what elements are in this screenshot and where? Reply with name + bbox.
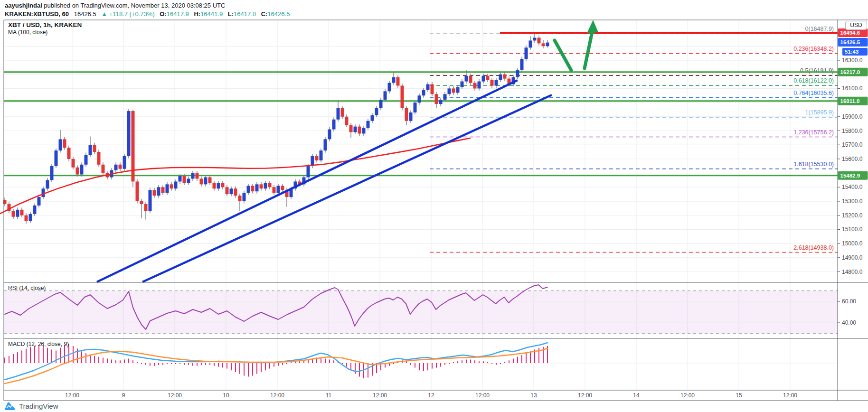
candle-down bbox=[183, 176, 186, 183]
candle-up bbox=[320, 150, 323, 160]
candle-up bbox=[230, 188, 233, 194]
candle-down bbox=[136, 181, 139, 201]
candle-up bbox=[482, 76, 485, 82]
candle-up bbox=[337, 108, 340, 120]
candle-down bbox=[238, 196, 242, 201]
candle-up bbox=[157, 187, 160, 196]
candle-up bbox=[533, 37, 537, 40]
candle-down bbox=[396, 77, 400, 86]
candle-down bbox=[452, 88, 455, 93]
candle-up bbox=[59, 139, 62, 150]
candle-down bbox=[273, 187, 276, 193]
price-axis[interactable] bbox=[838, 20, 868, 390]
candle-up bbox=[465, 76, 468, 82]
candle-down bbox=[260, 184, 263, 188]
fib-level-label: 0.618(16122.0) bbox=[793, 77, 834, 84]
candle-down bbox=[25, 215, 28, 221]
candle-down bbox=[401, 85, 404, 108]
candle-down bbox=[431, 84, 434, 94]
fib-level-label: 1(15895.9) bbox=[805, 109, 834, 116]
candle-down bbox=[170, 184, 173, 188]
candle-down bbox=[491, 80, 494, 86]
chart-canvas[interactable]: 0(16487.9)0.236(16348.2)0.5(16191.9)0.61… bbox=[0, 0, 868, 412]
candle-down bbox=[358, 127, 361, 134]
candle-up bbox=[495, 80, 498, 86]
candle-up bbox=[443, 94, 447, 100]
candle-up bbox=[324, 139, 327, 150]
rsi-indicator-legend[interactable]: RSI (14, close) bbox=[8, 285, 46, 291]
candle-up bbox=[354, 127, 357, 132]
candle-up bbox=[546, 43, 549, 47]
candle-up bbox=[33, 206, 37, 214]
candle-up bbox=[332, 120, 336, 130]
candle-up bbox=[461, 82, 464, 87]
fib-level-label: 1.618(15530.0) bbox=[793, 161, 834, 168]
candle-down bbox=[119, 165, 122, 169]
rsi-band bbox=[4, 291, 838, 334]
tradingview-logo-icon bbox=[4, 401, 16, 411]
candle-up bbox=[478, 82, 481, 89]
fib-level-label: 1.236(15756.2) bbox=[793, 129, 834, 136]
candle-up bbox=[255, 184, 259, 191]
fib-level-label: 2.618(14938.0) bbox=[793, 244, 834, 251]
candle-down bbox=[67, 148, 71, 159]
annotation-arrow-head bbox=[587, 20, 598, 33]
candle-up bbox=[529, 40, 532, 47]
candle-down bbox=[542, 43, 545, 46]
candle-down bbox=[405, 108, 408, 121]
candle-down bbox=[315, 156, 319, 160]
candle-up bbox=[264, 183, 267, 188]
candle-down bbox=[226, 187, 229, 194]
candle-up bbox=[247, 186, 250, 193]
candle-down bbox=[345, 117, 349, 125]
candle-up bbox=[149, 190, 152, 211]
currency-toggle-button[interactable]: USD bbox=[845, 21, 867, 30]
candle-up bbox=[42, 188, 45, 197]
candle-down bbox=[538, 37, 541, 43]
candle-down bbox=[140, 201, 143, 204]
candle-down bbox=[76, 168, 79, 175]
candle-down bbox=[473, 83, 477, 89]
candle-down bbox=[196, 173, 199, 179]
candle-down bbox=[153, 190, 156, 196]
candle-up bbox=[187, 178, 190, 183]
candle-up bbox=[243, 193, 246, 201]
candle-up bbox=[85, 155, 88, 165]
candle-up bbox=[379, 100, 383, 108]
candle-down bbox=[435, 94, 438, 104]
candle-up bbox=[426, 84, 430, 90]
candle-up bbox=[38, 197, 41, 206]
candle-down bbox=[97, 152, 101, 165]
candle-down bbox=[102, 165, 105, 173]
candle-up bbox=[114, 165, 118, 170]
candle-up bbox=[516, 70, 519, 77]
chart-legend-title[interactable]: XBT / USD, 1h, KRAKEN bbox=[8, 21, 82, 28]
candle-up bbox=[80, 165, 84, 175]
candle-up bbox=[439, 100, 443, 104]
ma-indicator-legend[interactable]: MA (100, close) bbox=[8, 29, 47, 36]
candle-down bbox=[221, 183, 225, 187]
candle-down bbox=[281, 186, 284, 190]
fib-level-label: 0(16487.9) bbox=[805, 26, 834, 32]
candle-down bbox=[469, 76, 472, 83]
candle-down bbox=[268, 183, 272, 187]
tradingview-logo[interactable]: TradingView bbox=[4, 401, 58, 411]
candle-up bbox=[418, 95, 421, 103]
candle-up bbox=[414, 103, 417, 112]
candle-up bbox=[191, 173, 195, 179]
candle-up bbox=[520, 59, 524, 70]
candle-down bbox=[486, 76, 490, 80]
fib-level-label: 0.5(16191.9) bbox=[800, 67, 834, 74]
macd-indicator-legend[interactable]: MACD (12, 26, close, 9) bbox=[8, 341, 69, 347]
candle-up bbox=[50, 166, 54, 180]
candle-up bbox=[409, 112, 413, 121]
candle-up bbox=[16, 210, 19, 217]
time-axis[interactable] bbox=[4, 390, 838, 401]
candle-down bbox=[12, 211, 15, 217]
candle-up bbox=[388, 83, 391, 92]
tradingview-brand-text: TradingView bbox=[19, 402, 58, 410]
tradingview-published-chart: aayushjindal published on TradingView.co… bbox=[0, 0, 868, 412]
candle-up bbox=[384, 91, 387, 100]
candle-up bbox=[422, 90, 425, 95]
candle-up bbox=[174, 181, 178, 188]
